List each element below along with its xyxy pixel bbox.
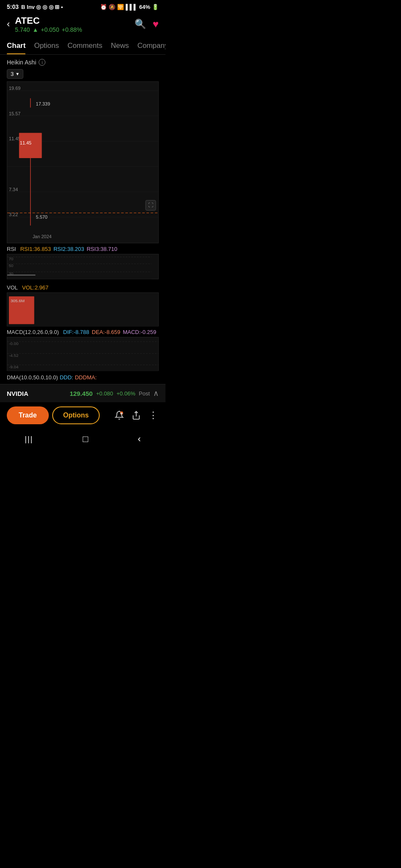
action-icons: + ⋮ — [115, 410, 159, 421]
header: ‹ ATEC 5.740 ▲ +0.050 +0.88% 🔍 ♥ — [0, 12, 165, 38]
svg-text:Jan 2024: Jan 2024 — [33, 234, 52, 239]
search-icon[interactable]: 🔍 — [135, 19, 146, 30]
rsi-chart: 70 50 30 — [7, 254, 159, 279]
svg-rect-22 — [7, 255, 151, 279]
dma-ddd: DDD: — [60, 374, 73, 381]
vol-section: VOL VOL:2.967 305.6M — [0, 282, 165, 326]
header-right: 🔍 ♥ — [135, 18, 159, 30]
tab-news[interactable]: News — [111, 38, 129, 54]
tab-company[interactable]: Company — [137, 38, 165, 54]
svg-text:70: 70 — [9, 256, 14, 261]
status-app-icons: B Inv ◎ ◎ ◎ ⊞ • — [21, 4, 63, 10]
svg-rect-0 — [7, 82, 158, 242]
more-icon[interactable]: ⋮ — [149, 410, 159, 421]
vol-chart: 305.6M — [7, 292, 159, 326]
dma-row: DMA(10.0,50.0,10.0) DDD: DDDMA: — [0, 371, 165, 384]
trade-button[interactable]: Trade — [7, 406, 49, 424]
menu-nav-icon[interactable]: ||| — [25, 435, 33, 444]
chart-svg: 19.69 15.57 11.45 7.34 3.22 17.339 11.45… — [7, 82, 158, 243]
rsi-svg: 70 50 30 — [7, 254, 151, 280]
tab-comments[interactable]: Comments — [67, 38, 102, 54]
ticker-bar[interactable]: NVIDIA 129.450 +0.080 +0.06% Post ∧ — [0, 384, 165, 402]
price-row: 5.740 ▲ +0.050 +0.88% — [15, 26, 82, 33]
svg-text:-9.04: -9.04 — [9, 364, 19, 369]
svg-rect-32 — [7, 337, 158, 371]
chart-type-row: Heikin Ashi i — [7, 59, 159, 66]
main-chart: 19.69 15.57 11.45 7.34 3.22 17.339 11.45… — [7, 81, 159, 243]
svg-text:-0.00: -0.00 — [9, 341, 19, 346]
action-bar: Trade Options + ⋮ — [0, 402, 165, 428]
rsi2-value: RSI2:38.203 — [53, 246, 84, 252]
rsi3-value: RSI3:38.710 — [87, 246, 117, 252]
ticker-change-pct: +0.06% — [117, 390, 135, 397]
favorite-icon[interactable]: ♥ — [153, 18, 159, 30]
back-nav-icon[interactable]: ‹ — [137, 434, 140, 445]
svg-text:17.339: 17.339 — [36, 101, 50, 106]
home-nav-icon[interactable]: □ — [83, 434, 88, 445]
svg-text:11.45: 11.45 — [20, 140, 31, 145]
system-nav: ||| □ ‹ — [0, 428, 165, 451]
signal-icon: ▌▌▌ — [126, 4, 137, 10]
stock-ticker: ATEC — [15, 15, 82, 26]
svg-text:⛶: ⛶ — [148, 202, 153, 208]
svg-text:305.6M: 305.6M — [11, 298, 25, 303]
ticker-price: 129.450 — [70, 390, 93, 397]
vol-value: VOL:2.967 — [22, 284, 48, 291]
options-button[interactable]: Options — [52, 406, 100, 424]
rsi-title-row: RSI RSI1:36.853 RSI2:38.203 RSI3:38.710 — [7, 246, 159, 252]
svg-text:+: + — [121, 412, 122, 415]
tab-options[interactable]: Options — [34, 38, 59, 54]
period-dropdown-icon: ▼ — [15, 72, 20, 76]
mute-icon: 🔕 — [109, 4, 115, 10]
alarm-icon: ⏰ — [100, 4, 107, 10]
rsi-section: RSI RSI1:36.853 RSI2:38.203 RSI3:38.710 … — [0, 243, 165, 279]
wifi-icon: 🛜 — [117, 4, 124, 10]
price-change: +0.050 — [41, 26, 59, 33]
status-bar: 5:03 B Inv ◎ ◎ ◎ ⊞ • ⏰ 🔕 🛜 ▌▌▌ 64% 🔋 — [0, 0, 165, 12]
svg-text:11.45: 11.45 — [9, 136, 20, 141]
rsi-label: RSI — [7, 246, 16, 252]
dea-value: DEA:-8.659 — [92, 329, 120, 335]
tab-chart[interactable]: Chart — [7, 38, 25, 54]
battery-level: 64% — [139, 4, 150, 10]
chart-type-label: Heikin Ashi — [7, 59, 36, 66]
stock-info: ATEC 5.740 ▲ +0.050 +0.88% — [15, 15, 82, 33]
battery-icon: 🔋 — [152, 4, 159, 10]
period-value: 3 — [11, 71, 14, 77]
svg-text:5.570: 5.570 — [36, 214, 48, 220]
dif-value: DIF:-8.788 — [63, 329, 89, 335]
svg-text:7.34: 7.34 — [9, 187, 18, 192]
status-right: ⏰ 🔕 🛜 ▌▌▌ 64% 🔋 — [100, 4, 159, 10]
vol-title-row: VOL VOL:2.967 — [7, 284, 159, 291]
ticker-change: +0.080 — [96, 390, 113, 397]
price-change-pct: +0.88% — [62, 26, 82, 33]
vol-svg: 305.6M — [7, 293, 158, 327]
info-icon[interactable]: i — [39, 59, 45, 66]
macd-section: MACD(12.0,26.0,9.0) DIF:-8.788 DEA:-8.65… — [0, 326, 165, 371]
vol-label: VOL — [7, 284, 18, 291]
macd-value: MACD:-0.259 — [123, 329, 156, 335]
macd-label: MACD(12.0,26.0,9.0) — [7, 329, 59, 335]
back-button[interactable]: ‹ — [7, 19, 10, 30]
macd-svg: -0.00 -4.52 -9.04 — [7, 337, 158, 371]
svg-text:19.69: 19.69 — [9, 86, 20, 91]
macd-chart: -0.00 -4.52 -9.04 — [7, 337, 159, 371]
macd-title-row: MACD(12.0,26.0,9.0) DIF:-8.788 DEA:-8.65… — [7, 329, 159, 335]
header-left: ‹ ATEC 5.740 ▲ +0.050 +0.88% — [7, 15, 82, 33]
status-left: 5:03 B Inv ◎ ◎ ◎ ⊞ • — [7, 3, 63, 10]
status-time: 5:03 — [7, 3, 19, 10]
svg-text:-4.52: -4.52 — [9, 353, 19, 358]
period-selector[interactable]: 3 ▼ — [7, 69, 23, 79]
svg-text:15.57: 15.57 — [9, 111, 20, 116]
ticker-values: 129.450 +0.080 +0.06% Post ∧ — [70, 389, 159, 398]
ticker-chevron-icon[interactable]: ∧ — [153, 389, 159, 398]
dma-label: DMA(10.0,50.0,10.0) — [7, 374, 58, 381]
current-price: 5.740 — [15, 26, 30, 33]
price-arrow: ▲ — [32, 26, 38, 33]
notification-icon[interactable]: + — [115, 411, 124, 420]
rsi1-value: RSI1:36.853 — [20, 246, 51, 252]
share-icon[interactable] — [132, 411, 141, 420]
nav-tabs: Chart Options Comments News Company — [0, 38, 165, 55]
chart-section: Heikin Ashi i 3 ▼ 19.69 15.57 11.45 7.34… — [0, 55, 165, 243]
dma-dddma: DDDMA: — [75, 374, 96, 381]
